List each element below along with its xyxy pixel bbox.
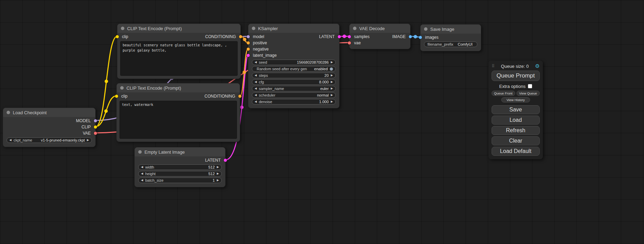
node-graph-canvas[interactable]: Load Checkpoint MODEL CLIP VAE ◀ ckpt_na… [0,0,644,244]
positive-prompt-textarea[interactable]: beautiful scenery nature glass bottle la… [120,41,238,76]
input-slot-clip[interactable]: clip [117,34,128,40]
extra-options-checkbox[interactable] [528,84,532,88]
node-collapse-icon[interactable] [121,27,124,30]
node-title-bar[interactable]: CLIP Text Encode (Prompt) [117,83,240,92]
widget-sampler-name[interactable]: ◀ sampler_name euler ▶ [252,86,336,91]
decrement-icon[interactable]: ◀ [255,81,257,83]
input-slot-vae[interactable]: vae [350,40,410,46]
node-load-checkpoint[interactable]: Load Checkpoint MODEL CLIP VAE ◀ ckpt_na… [3,108,96,147]
view-history-button[interactable]: View History [501,97,530,102]
widget-filename-prefix[interactable]: filename_prefix ComfyUI [424,42,477,47]
decrement-icon[interactable]: ◀ [255,61,257,64]
decrement-icon[interactable]: ◀ [255,94,257,97]
drag-handle-icon[interactable]: ⠿ [492,64,495,69]
output-slot-clip[interactable]: CLIP [3,124,95,130]
vae-port-icon[interactable] [348,42,351,45]
output-slot-latent[interactable]: LATENT [319,34,339,40]
widget-steps[interactable]: ◀ steps 20 ▶ [252,73,336,78]
load-default-button[interactable]: Load Default [492,147,540,156]
latent-port-icon[interactable] [348,35,351,38]
latent-port-icon[interactable] [247,54,250,57]
output-slot-vae[interactable]: VAE [3,130,95,136]
increment-icon[interactable]: ▶ [331,74,333,77]
increment-icon[interactable]: ▶ [217,179,219,182]
decrement-icon[interactable]: ◀ [255,100,257,103]
save-button[interactable]: Save [492,105,540,114]
output-slot-model[interactable]: MODEL [3,118,95,124]
decrement-icon[interactable]: ◀ [255,87,257,90]
queue-prompt-button[interactable]: Queue Prompt [492,71,540,81]
load-button[interactable]: Load [492,116,540,125]
node-collapse-icon[interactable] [353,27,356,30]
clear-button[interactable]: Clear [492,136,540,145]
node-clip-text-encode-positive[interactable]: CLIP Text Encode (Prompt) clip CONDITION… [117,24,241,79]
node-save-image[interactable]: Save Image images filename_prefix ComfyU… [420,24,481,51]
node-collapse-icon[interactable] [424,27,427,31]
decrement-icon[interactable]: ◀ [255,74,257,77]
input-slot-model[interactable]: model [248,34,264,40]
conditioning-port-icon[interactable] [247,42,250,45]
input-slot-samples[interactable]: samples [350,34,370,40]
node-collapse-icon[interactable] [138,150,142,154]
node-title-bar[interactable]: Load Checkpoint [3,108,95,117]
toggle-knob-icon[interactable] [330,67,333,71]
settings-gear-icon[interactable]: ⚙ [535,63,540,69]
conditioning-port-icon[interactable] [238,95,241,98]
increment-icon[interactable]: ▶ [331,87,333,90]
widget-ckpt-name[interactable]: ◀ ckpt_name v1-5-pruned-emaonly.ckpt ▶ [7,137,92,143]
widget-height[interactable]: ◀ height 512 ▶ [138,171,222,177]
increment-icon[interactable]: ▶ [87,139,89,142]
input-slot-positive[interactable]: positive [248,40,339,46]
decrement-icon[interactable]: ◀ [141,179,143,182]
model-port-icon[interactable] [94,119,97,123]
decrement-icon[interactable]: ◀ [141,172,143,175]
widget-denoise[interactable]: ◀ denoise 1.000 ▶ [252,99,336,105]
input-slot-images[interactable]: images [421,34,481,40]
widget-width[interactable]: ◀ width 512 ▶ [138,164,222,170]
widget-cfg[interactable]: ◀ cfg 8.000 ▶ [252,79,336,85]
clip-port-icon[interactable] [115,95,118,98]
increment-icon[interactable]: ▶ [331,94,333,97]
node-title-bar[interactable]: CLIP Text Encode (Prompt) [117,24,240,33]
clip-port-icon[interactable] [116,35,119,38]
widget-scheduler[interactable]: ◀ scheduler normal ▶ [252,92,336,98]
widget-random-seed-toggle[interactable]: Random seed after every gen enabled [252,66,336,72]
node-title-bar[interactable]: Save Image [421,25,481,34]
increment-icon[interactable]: ▶ [331,81,333,83]
node-clip-text-encode-negative[interactable]: CLIP Text Encode (Prompt) clip CONDITION… [116,83,240,142]
increment-icon[interactable]: ▶ [217,166,219,169]
latent-port-icon[interactable] [338,35,341,38]
increment-icon[interactable]: ▶ [331,61,333,64]
decrement-icon[interactable]: ◀ [9,139,11,142]
node-title-bar[interactable]: VAE Decode [350,24,410,33]
node-vae-decode[interactable]: VAE Decode samples IMAGE vae [349,24,411,49]
clip-port-icon[interactable] [94,126,97,129]
output-slot-conditioning[interactable]: CONDITIONING [205,34,240,40]
node-collapse-icon[interactable] [120,86,124,90]
node-empty-latent-image[interactable]: Empty Latent Image LATENT ◀ width 512 ▶ … [134,147,226,187]
node-title-bar[interactable]: Empty Latent Image [135,147,225,156]
queue-front-button[interactable]: Queue Front [492,91,515,96]
input-slot-clip[interactable]: clip [117,93,127,99]
input-slot-negative[interactable]: negative [248,46,339,52]
vae-port-icon[interactable] [94,132,97,135]
model-port-icon[interactable] [247,35,250,38]
image-port-icon[interactable] [419,36,422,39]
output-slot-conditioning[interactable]: CONDITIONING [204,93,240,99]
node-collapse-icon[interactable] [7,111,10,114]
decrement-icon[interactable]: ◀ [141,166,143,169]
widget-batch-size[interactable]: ◀ batch_size 1 ▶ [138,178,222,183]
node-title-bar[interactable]: KSampler [248,24,339,33]
refresh-button[interactable]: Refresh [492,126,540,135]
image-port-icon[interactable] [409,35,412,38]
widget-seed[interactable]: ◀ seed 156680208700286 ▶ [252,60,336,65]
negative-prompt-textarea[interactable]: text, watermark [120,101,237,139]
conditioning-port-icon[interactable] [247,48,250,51]
latent-port-icon[interactable] [224,159,227,162]
output-slot-latent[interactable]: LATENT [135,157,225,163]
node-collapse-icon[interactable] [252,27,255,30]
conditioning-port-icon[interactable] [239,35,242,38]
increment-icon[interactable]: ▶ [331,100,333,103]
increment-icon[interactable]: ▶ [217,172,219,175]
output-slot-image[interactable]: IMAGE [392,34,410,40]
